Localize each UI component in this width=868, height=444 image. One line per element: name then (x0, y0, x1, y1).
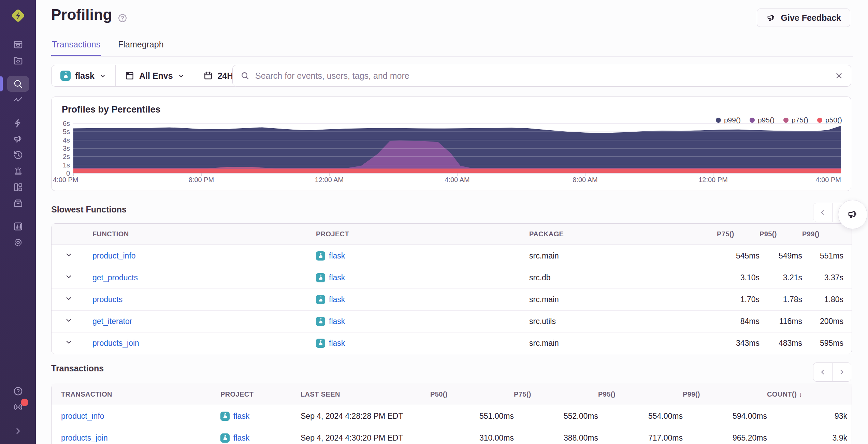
page-title-text: Profiling (51, 6, 112, 23)
transactions-title: Transactions (51, 364, 104, 373)
expand-row-icon[interactable] (64, 316, 73, 325)
p75-cell: 84ms (717, 310, 760, 332)
sidebar-item-issues[interactable] (7, 37, 29, 53)
issues-icon (13, 39, 24, 50)
table-row: products_joinflaskSep 4, 2024 4:30:20 PM… (52, 427, 852, 444)
sidebar-item-alerts[interactable] (7, 163, 29, 179)
p95-cell: 483ms (760, 332, 802, 354)
p75-cell: 552.00ms (514, 405, 598, 427)
flask-project-icon (316, 317, 325, 326)
transaction-link[interactable]: products_join (61, 433, 108, 442)
sidebar-item-help[interactable] (7, 383, 29, 399)
count-cell: 3.9k (767, 427, 852, 444)
project-link[interactable]: flask (233, 412, 249, 421)
give-feedback-button[interactable]: Give Feedback (757, 9, 850, 27)
x-axis-tick: 4:00 PM (793, 176, 841, 184)
sidebar-item-quick-start[interactable] (7, 115, 29, 131)
percentiles-area-chart[interactable] (73, 122, 841, 176)
sidebar-item-traces[interactable] (7, 92, 29, 108)
main-content: Profiling Give Feedback Transactions Fla… (36, 0, 868, 444)
y-axis-tick: 5s (53, 128, 70, 135)
page-help-icon[interactable] (117, 10, 128, 20)
sidebar-item-dashboards[interactable] (7, 179, 29, 195)
x-axis-tick: 12:00 AM (305, 176, 353, 184)
project-link[interactable]: flask (329, 273, 345, 282)
project-link[interactable]: flask (329, 317, 345, 326)
column-p95: P95() (598, 384, 683, 405)
feedback-icon (13, 134, 24, 145)
sidebar-item-collapse[interactable] (7, 423, 29, 439)
sidebar-item-whats-new[interactable] (7, 399, 29, 415)
sidebar-item-search[interactable] (7, 76, 29, 92)
search-bar (232, 65, 851, 87)
environment-filter[interactable]: All Envs (115, 65, 194, 86)
tab-flamegraph[interactable]: Flamegraph (117, 38, 164, 56)
sentry-logo-icon[interactable] (10, 8, 26, 24)
expand-row-icon[interactable] (64, 272, 73, 281)
y-axis-tick: 6s (53, 120, 70, 127)
column-count-sortable[interactable]: COUNT() ↓ (767, 384, 852, 405)
sidebar-item-stats[interactable] (7, 219, 29, 234)
pager-next-button[interactable] (832, 363, 851, 381)
column-project: PROJECT (220, 384, 301, 405)
p75-cell: 545ms (717, 245, 760, 267)
function-link[interactable]: get_products (92, 273, 138, 282)
search-input[interactable] (255, 71, 829, 81)
project-filter[interactable]: flask (52, 65, 115, 86)
expand-row-icon[interactable] (64, 251, 73, 259)
area-p50 (73, 169, 841, 173)
function-link[interactable]: product_info (92, 251, 136, 260)
pager-prev-button[interactable] (813, 203, 832, 222)
y-axis-tick: 4s (53, 136, 70, 144)
table-row: product_infoflasksrc.main545ms549ms551ms (52, 245, 852, 267)
tab-transactions[interactable]: Transactions (51, 38, 101, 56)
clear-search-icon[interactable] (835, 71, 843, 80)
expand-row-icon[interactable] (64, 338, 73, 346)
function-link[interactable]: products (92, 295, 122, 304)
search-icon (240, 71, 250, 80)
function-link[interactable]: get_iterator (92, 317, 132, 326)
sidebar-item-settings[interactable] (7, 235, 29, 250)
expand-row-icon[interactable] (64, 294, 73, 303)
project-link[interactable]: flask (329, 295, 345, 304)
function-link[interactable]: products_join (92, 339, 139, 347)
slowest-functions-title: Slowest Functions (51, 205, 127, 214)
column-p99: P99() (802, 224, 852, 245)
column-p75: P75() (514, 384, 598, 405)
sidebar-item-releases[interactable] (7, 195, 29, 211)
count-cell: 93k (767, 405, 852, 427)
project-link[interactable]: flask (329, 339, 345, 348)
package-cell: src.main (529, 288, 717, 310)
project-link[interactable]: flask (329, 251, 345, 261)
profiles-by-percentiles-panel: Profiles by Percentiles p99()p95()p75()p… (51, 97, 851, 191)
transaction-link[interactable]: product_info (61, 412, 104, 420)
sidebar-item-replays[interactable] (7, 147, 29, 163)
column-p95: P95() (760, 224, 802, 245)
releases-icon (13, 198, 24, 209)
package-cell: src.db (529, 267, 717, 288)
flask-project-icon (316, 273, 325, 282)
x-axis-tick: 12:00 PM (689, 176, 737, 184)
floating-feedback-button[interactable] (838, 200, 867, 229)
sidebar-item-projects[interactable] (7, 53, 29, 69)
column-p99: P99() (683, 384, 767, 405)
pager-prev-button[interactable] (813, 363, 832, 381)
sidebar (0, 0, 36, 444)
p99-cell: 3.37s (802, 267, 852, 288)
project-link[interactable]: flask (233, 433, 249, 443)
column-transaction: TRANSACTION (52, 384, 220, 405)
settings-icon (13, 237, 24, 248)
stats-icon (13, 221, 24, 232)
chevron-down-icon (177, 72, 185, 79)
package-cell: src.main (529, 245, 717, 267)
table-row: products_joinflasksrc.main343ms483ms595m… (52, 332, 852, 354)
y-axis-tick: 1s (53, 161, 70, 169)
flask-project-icon (316, 339, 325, 348)
flask-project-icon (60, 71, 71, 81)
flask-project-icon (220, 433, 230, 443)
sidebar-item-feedback[interactable] (7, 131, 29, 147)
column-p75: P75() (717, 224, 760, 245)
give-feedback-label: Give Feedback (781, 13, 841, 23)
p95-cell: 717.00ms (598, 427, 683, 444)
chevron-left-icon (819, 368, 827, 376)
